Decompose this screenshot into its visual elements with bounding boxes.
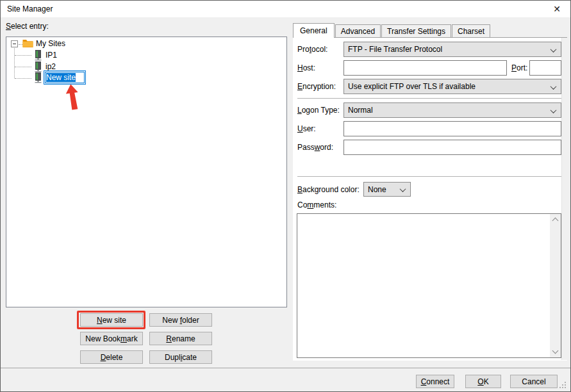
host-label: Host:	[297, 63, 315, 72]
tab-bar: General Advanced Transfer Settings Chars…	[293, 23, 491, 37]
password-label: Password:	[297, 143, 333, 152]
logon-type-select[interactable]: Normal	[343, 102, 561, 118]
scroll-up-icon[interactable]	[552, 218, 559, 224]
button-label: New site	[97, 316, 126, 325]
page-scrollbar[interactable]	[561, 38, 567, 360]
tree-connector	[15, 78, 31, 79]
logon-type-label: Logon Type:	[297, 106, 340, 115]
button-label: Cancel	[522, 377, 545, 386]
button-label: OK	[477, 377, 488, 386]
background-color-label: Background color:	[297, 185, 360, 194]
password-input[interactable]	[343, 140, 561, 155]
site-manager-dialog: Site Manager ✕ Select entry: My Sites IP…	[0, 0, 571, 392]
encryption-label: Encryption:	[297, 82, 336, 91]
duplicate-button[interactable]: Duplicate	[149, 350, 212, 364]
scroll-down-icon[interactable]	[552, 348, 559, 354]
protocol-value: FTP - File Transfer Protocol	[348, 45, 442, 54]
cancel-button[interactable]: Cancel	[510, 375, 558, 388]
tab-label: General	[300, 26, 327, 35]
ok-button[interactable]: OK	[465, 375, 501, 388]
separator	[297, 98, 561, 99]
port-label: Port:	[511, 63, 527, 72]
new-folder-button[interactable]: New folder	[149, 313, 212, 327]
close-icon[interactable]: ✕	[546, 1, 568, 17]
separator	[297, 176, 561, 177]
tab-general[interactable]: General	[293, 23, 335, 38]
server-icon	[34, 50, 42, 61]
logon-type-value: Normal	[348, 106, 373, 115]
port-input[interactable]	[529, 60, 561, 76]
tree-item-label: ip2	[46, 62, 56, 71]
user-label: User:	[297, 124, 316, 133]
server-icon	[34, 72, 42, 83]
selected-text: New site	[46, 73, 76, 82]
comments-textarea[interactable]	[297, 214, 550, 357]
chevron-down-icon	[550, 46, 557, 53]
delete-button[interactable]: Delete	[80, 350, 143, 364]
footer-separator	[1, 368, 570, 368]
tree-item-my-sites[interactable]: My Sites	[36, 39, 65, 48]
button-label: New Bookmark	[85, 334, 137, 343]
button-label: New folder	[162, 316, 199, 325]
background-color-select[interactable]: None	[363, 182, 411, 197]
button-label: Duplicate	[165, 353, 197, 362]
encryption-select[interactable]: Use explicit FTP over TLS if available	[343, 79, 561, 94]
resize-grip[interactable]	[558, 380, 567, 389]
comments-label: Comments:	[297, 200, 336, 209]
new-site-button[interactable]: New site	[80, 313, 143, 327]
button-label: Rename	[166, 334, 195, 343]
button-label: Connect	[421, 377, 450, 386]
comments-scrollbar[interactable]	[550, 214, 561, 357]
chevron-down-icon	[550, 107, 557, 113]
title-bar: Site Manager ✕	[1, 1, 570, 17]
tree-item-ip1[interactable]: IP1	[46, 51, 57, 60]
tree-item-label: My Sites	[36, 39, 65, 48]
new-bookmark-button[interactable]: New Bookmark	[80, 332, 143, 345]
tab-label: Advanced	[341, 27, 375, 36]
tree-connector	[15, 55, 31, 56]
folder-icon	[22, 38, 33, 47]
tree-collapse-toggle[interactable]	[11, 40, 18, 47]
background-color-value: None	[368, 185, 386, 194]
chevron-down-icon	[550, 83, 557, 90]
window-title: Site Manager	[7, 4, 53, 13]
tab-charset[interactable]: Charset	[452, 24, 490, 37]
tab-label: Charset	[458, 27, 484, 36]
protocol-select[interactable]: FTP - File Transfer Protocol	[343, 42, 561, 57]
annotation-arrow	[60, 82, 85, 111]
tree-item-label: IP1	[46, 51, 57, 60]
chevron-down-icon	[400, 186, 406, 192]
select-entry-label: Select entry:	[6, 22, 49, 31]
encryption-value: Use explicit FTP over TLS if available	[348, 82, 476, 91]
tree-connector	[15, 67, 31, 67]
tab-label: Transfer Settings	[387, 27, 445, 36]
protocol-label: Protocol:	[297, 45, 327, 54]
user-input[interactable]	[343, 121, 561, 136]
button-label: Delete	[101, 353, 123, 362]
server-icon	[34, 61, 42, 72]
tab-transfer-settings[interactable]: Transfer Settings	[381, 24, 451, 37]
tree-connector	[14, 48, 15, 78]
comments-field-frame	[297, 213, 561, 358]
connect-button[interactable]: Connect	[416, 375, 454, 388]
tree-item-ip2[interactable]: ip2	[46, 62, 56, 71]
host-input[interactable]	[343, 60, 507, 76]
rename-button[interactable]: Rename	[149, 332, 212, 345]
tab-advanced[interactable]: Advanced	[335, 24, 381, 37]
